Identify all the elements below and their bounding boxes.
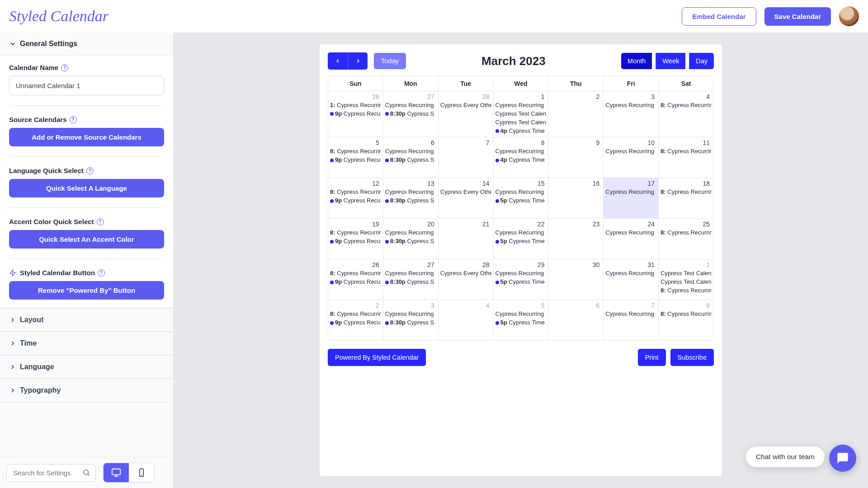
calendar-event[interactable]: 8: Cypress Recurring — [330, 229, 381, 237]
calendar-event[interactable]: 8: Cypress Recurring — [330, 269, 381, 278]
calendar-event[interactable]: Cypress Recurring — [605, 229, 656, 237]
quick-select-accent-button[interactable]: Quick Select An Accent Color — [9, 230, 164, 249]
calendar-event[interactable]: 9p Cypress Recu — [330, 197, 381, 205]
calendar-event[interactable]: Cypress Recurring — [495, 269, 547, 278]
calendar-cell[interactable]: 23 — [548, 219, 604, 259]
calendar-event[interactable]: 5p Cypress Time — [495, 319, 547, 327]
calendar-event[interactable]: Cypress Recurring — [495, 147, 547, 156]
calendar-event[interactable]: Cypress Every Othe — [440, 188, 491, 197]
calendar-event[interactable]: Cypress Every Othe — [440, 101, 491, 110]
calendar-event[interactable]: 9p Cypress Recu — [330, 237, 381, 246]
calendar-cell[interactable]: 17Cypress Recurring — [604, 178, 659, 219]
view-week-button[interactable]: Week — [656, 53, 685, 69]
calendar-event[interactable]: Cypress Recurring — [605, 147, 656, 156]
calendar-event[interactable]: 9p Cypress Recu — [330, 156, 381, 164]
help-icon[interactable]: ? — [86, 167, 94, 174]
prev-month-button[interactable] — [328, 52, 348, 70]
calendar-event[interactable]: Cypress Recurring — [605, 188, 656, 197]
calendar-name-input[interactable] — [9, 76, 164, 95]
calendar-event[interactable]: 8: Cypress Recurring — [330, 188, 381, 197]
calendar-event[interactable]: Cypress Recurring — [385, 229, 436, 237]
add-remove-source-button[interactable]: Add or Remove Source Calendars — [9, 128, 164, 146]
calendar-event[interactable]: 1: Cypress Recurring — [330, 101, 381, 110]
calendar-cell[interactable]: 4 — [439, 300, 494, 341]
calendar-event[interactable]: 5p Cypress Time — [495, 197, 547, 205]
today-button[interactable]: Today — [374, 53, 406, 69]
calendar-event[interactable]: 8: Cypress Recurring — [330, 310, 381, 319]
calendar-cell[interactable]: 10Cypress Recurring — [604, 137, 659, 178]
help-icon[interactable]: ? — [61, 64, 68, 71]
calendar-event[interactable]: 8: Cypress Recurrin — [660, 147, 712, 156]
calendar-event[interactable]: 8:30p Cypress S — [385, 237, 436, 246]
embed-calendar-button[interactable]: Embed Calendar — [682, 7, 756, 26]
print-button[interactable]: Print — [638, 349, 666, 366]
calendar-cell[interactable]: 27Cypress Recurring8:30p Cypress S — [383, 259, 439, 300]
calendar-cell[interactable]: 118: Cypress Recurrin — [659, 137, 714, 178]
calendar-cell[interactable]: 15Cypress Recurring5p Cypress Time — [494, 178, 549, 219]
calendar-cell[interactable]: 128: Cypress Recurring9p Cypress Recu — [328, 178, 383, 219]
calendar-event[interactable]: 9p Cypress Recu — [330, 319, 381, 327]
subscribe-button[interactable]: Subscribe — [670, 349, 714, 366]
calendar-event[interactable]: 8:30p Cypress S — [385, 197, 436, 205]
calendar-event[interactable]: Cypress Recurring — [385, 310, 436, 319]
help-icon[interactable]: ? — [70, 116, 77, 123]
calendar-event[interactable]: 4p Cypress Time — [495, 127, 547, 136]
accordion-language[interactable]: Language — [0, 355, 173, 379]
calendar-cell[interactable]: 16 — [548, 178, 604, 219]
calendar-event[interactable]: 8: Cypress Recurrin — [660, 310, 712, 319]
calendar-event[interactable]: 5p Cypress Time — [495, 237, 547, 246]
save-calendar-button[interactable]: Save Calendar — [764, 7, 831, 26]
calendar-cell[interactable]: 198: Cypress Recurring9p Cypress Recu — [328, 219, 383, 259]
calendar-event[interactable]: 8: Cypress Recurrin — [660, 101, 712, 110]
calendar-event[interactable]: 8:30p Cypress S — [385, 278, 436, 286]
calendar-cell[interactable]: 27Cypress Recurring8:30p Cypress S — [383, 91, 439, 137]
calendar-event[interactable]: Cypress Test Calen — [660, 269, 712, 278]
calendar-event[interactable]: 8: Cypress Recurrin — [660, 229, 712, 237]
view-month-button[interactable]: Month — [621, 53, 652, 69]
calendar-cell[interactable]: 24Cypress Recurring — [604, 219, 659, 259]
quick-select-language-button[interactable]: Quick Select A Language — [9, 179, 164, 197]
calendar-event[interactable]: 8:30p Cypress S — [385, 110, 436, 118]
remove-powered-by-button[interactable]: Remove "Powered By" Button — [9, 281, 164, 300]
calendar-event[interactable]: 8: Cypress Recurring — [330, 147, 381, 156]
calendar-cell[interactable]: 20Cypress Recurring8:30p Cypress S — [383, 219, 439, 259]
calendar-cell[interactable]: 268: Cypress Recurring9p Cypress Recu — [328, 259, 383, 300]
calendar-event[interactable]: 9p Cypress Recu — [330, 110, 381, 118]
calendar-cell[interactable]: 31Cypress Recurring — [604, 259, 659, 300]
accordion-typography[interactable]: Typography — [0, 379, 173, 402]
calendar-event[interactable]: 8:30p Cypress S — [385, 319, 436, 327]
calendar-cell[interactable]: 188: Cypress Recurrin — [659, 178, 714, 219]
calendar-event[interactable]: Cypress Recurring — [495, 310, 547, 319]
calendar-cell[interactable]: 1Cypress RecurringCypress Test CalenCypr… — [494, 91, 549, 137]
calendar-event[interactable]: 5p Cypress Time — [495, 278, 547, 286]
calendar-event[interactable]: Cypress Every Othe — [440, 269, 491, 278]
calendar-event[interactable]: Cypress Recurring — [385, 101, 436, 110]
calendar-event[interactable]: 8: Cypress Recurrin — [660, 188, 712, 197]
calendar-event[interactable]: Cypress Recurring — [495, 101, 547, 110]
calendar-cell[interactable]: 14Cypress Every Othe — [439, 178, 494, 219]
help-icon[interactable]: ? — [97, 218, 104, 225]
calendar-cell[interactable]: 21 — [439, 219, 494, 259]
calendar-event[interactable]: Cypress Recurring — [605, 269, 656, 278]
calendar-cell[interactable]: 13Cypress Recurring8:30p Cypress S — [383, 178, 439, 219]
calendar-cell[interactable]: 28: Cypress Recurring9p Cypress Recu — [328, 300, 383, 341]
calendar-cell[interactable]: 1Cypress Test CalenCypress Test Calen8: … — [659, 259, 714, 300]
calendar-event[interactable]: Cypress Recurring — [495, 229, 547, 237]
accordion-general-settings[interactable]: General Settings — [0, 33, 173, 56]
help-icon[interactable]: ? — [98, 269, 105, 277]
calendar-cell[interactable]: 3Cypress Recurring8:30p Cypress S — [383, 300, 439, 341]
calendar-cell[interactable]: 8Cypress Recurring4p Cypress Time — [494, 137, 549, 178]
calendar-cell[interactable]: 88: Cypress Recurrin — [659, 300, 714, 341]
next-month-button[interactable] — [348, 52, 368, 70]
calendar-event[interactable]: Cypress Recurring — [385, 269, 436, 278]
calendar-event[interactable]: Cypress Recurring — [385, 188, 436, 197]
calendar-cell[interactable]: 9 — [548, 137, 604, 178]
calendar-event[interactable]: 8:30p Cypress S — [385, 156, 436, 164]
calendar-cell[interactable]: 29Cypress Recurring5p Cypress Time — [494, 259, 549, 300]
calendar-cell[interactable]: 48: Cypress Recurrin — [659, 91, 714, 137]
calendar-cell[interactable]: 28Cypress Every Othe — [439, 259, 494, 300]
calendar-cell[interactable]: 7Cypress Recurring — [604, 300, 659, 341]
avatar[interactable] — [839, 6, 859, 26]
calendar-cell[interactable]: 58: Cypress Recurring9p Cypress Recu — [328, 137, 383, 178]
calendar-cell[interactable]: 22Cypress Recurring5p Cypress Time — [494, 219, 549, 259]
